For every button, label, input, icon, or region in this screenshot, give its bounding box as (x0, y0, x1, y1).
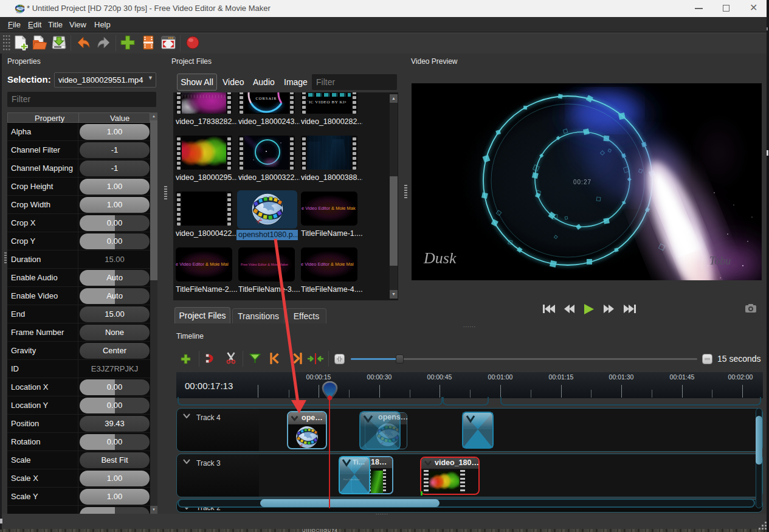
svg-text:Dusk: Dusk (423, 249, 457, 267)
svg-text:Ti…: Ti… (353, 458, 365, 466)
svg-text:CORSAIR: CORSAIR (255, 96, 277, 100)
svg-text:00:27: 00:27 (573, 179, 591, 185)
svg-text:Free Video Editor: Free Video Editor (343, 478, 360, 481)
svg-text:Tobu: Tobu (709, 255, 731, 267)
